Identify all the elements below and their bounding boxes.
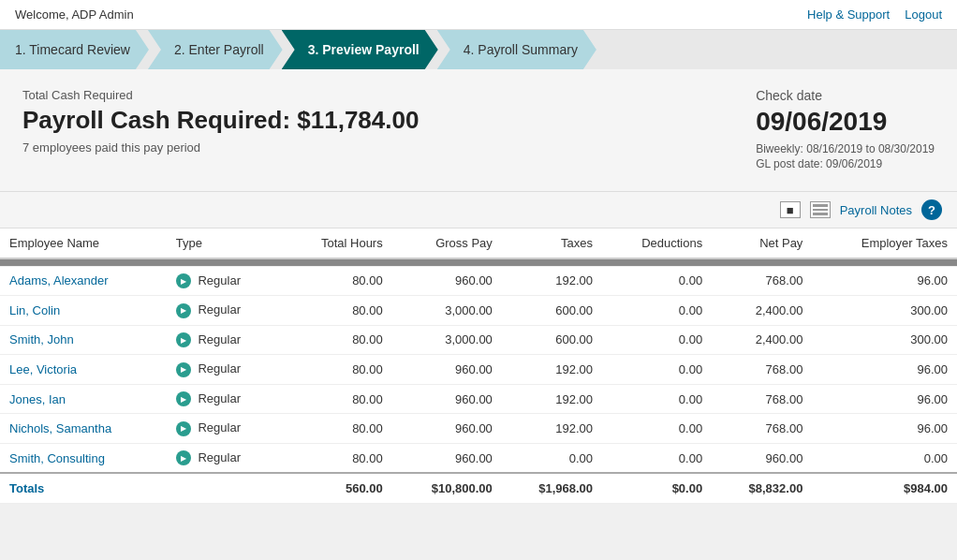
employee-name[interactable]: Lin, Colin [0,296,167,326]
cell-net: 768.00 [712,266,812,296]
cell-hours: 80.00 [282,266,392,296]
employee-name[interactable]: Lee, Victoria [0,355,167,385]
table-header-row: Employee NameTypeTotal HoursGross PayTax… [0,228,957,258]
employee-type: Regular [167,355,282,385]
employee-type: Regular [167,266,282,296]
col-header: Total Hours [282,228,392,258]
table-row: Lee, Victoria Regular80.00960.00192.000.… [0,355,957,385]
totals-cell-7: $984.00 [812,473,957,504]
totals-cell-4: $1,968.00 [502,473,602,504]
cell-employer_taxes: 96.00 [812,414,957,444]
employee-name[interactable]: Nichols, Samantha [0,414,167,444]
cell-deductions: 0.00 [602,355,712,385]
payroll-table: Employee NameTypeTotal HoursGross PayTax… [0,228,957,504]
top-bar: Welcome, ADP Admin Help & Support Logout [0,0,957,30]
total-cash-label: Total Cash Required [22,88,419,102]
row-arrow-icon [176,421,191,436]
col-header: Taxes [502,228,602,258]
cell-taxes: 0.00 [502,443,602,473]
totals-cell-1 [167,473,282,504]
cell-employer_taxes: 300.00 [812,296,957,326]
totals-cell-2: 560.00 [282,473,392,504]
logout-link[interactable]: Logout [905,7,942,22]
gl-post-date: GL post date: 09/06/2019 [756,157,935,170]
cell-hours: 80.00 [282,414,392,444]
employee-name[interactable]: Jones, Ian [0,384,167,414]
totals-cell-5: $0.00 [602,473,712,504]
cell-gross: 960.00 [392,414,502,444]
cell-employer_taxes: 96.00 [812,266,957,296]
table-row: Adams, Alexander Regular80.00960.00192.0… [0,266,957,296]
employee-name[interactable]: Adams, Alexander [0,266,167,296]
view-icon-2[interactable] [810,201,831,218]
employee-name[interactable]: Smith, Consulting [0,443,167,473]
wizard-step-payroll-summary[interactable]: 4. Payroll Summary [437,30,596,69]
welcome-text: Welcome, ADP Admin [15,7,134,22]
wizard-steps: 1. Timecard Review2. Enter Payroll3. Pre… [0,30,957,69]
cell-deductions: 0.00 [602,443,712,473]
employee-name[interactable]: Smith, John [0,325,167,355]
help-support-link[interactable]: Help & Support [807,7,890,22]
row-arrow-icon [176,362,191,377]
view-icon-1[interactable]: ■ [780,201,801,218]
check-date: 09/06/2019 [756,107,935,137]
cell-deductions: 0.00 [602,414,712,444]
cell-taxes: 192.00 [502,266,602,296]
cell-net: 960.00 [712,443,812,473]
cell-taxes: 600.00 [502,325,602,355]
cell-net: 768.00 [712,384,812,414]
wizard-step-enter-payroll[interactable]: 2. Enter Payroll [148,30,283,69]
employees-paid: 7 employees paid this pay period [22,140,419,155]
check-date-label: Check date [756,88,935,103]
cell-employer_taxes: 300.00 [812,325,957,355]
cell-hours: 80.00 [282,296,392,326]
col-header: Employer Taxes [812,228,957,258]
pay-period: Biweekly: 08/16/2019 to 08/30/2019 [756,142,935,155]
employee-type: Regular [167,384,282,414]
table-row: Jones, Ian Regular80.00960.00192.000.007… [0,384,957,414]
table-row: Nichols, Samantha Regular80.00960.00192.… [0,414,957,444]
row-arrow-icon [176,391,191,406]
summary-right: Check date 09/06/2019 Biweekly: 08/16/20… [756,88,935,172]
totals-cell-3: $10,800.00 [392,473,502,504]
table-row: Lin, Colin Regular80.003,000.00600.000.0… [0,296,957,326]
cell-gross: 3,000.00 [392,296,502,326]
cell-employer_taxes: 96.00 [812,384,957,414]
row-arrow-icon [176,332,191,347]
summary-area: Total Cash Required Payroll Cash Require… [0,69,957,192]
top-bar-actions: Help & Support Logout [807,7,942,22]
cell-gross: 960.00 [392,355,502,385]
cell-deductions: 0.00 [602,266,712,296]
row-arrow-icon [176,273,191,288]
cell-hours: 80.00 [282,443,392,473]
employee-type: Regular [167,325,282,355]
cell-hours: 80.00 [282,384,392,414]
payroll-amount: Payroll Cash Required: $11,784.00 [22,106,419,135]
wizard-step-preview-payroll[interactable]: 3. Preview Payroll [282,30,438,69]
cell-gross: 960.00 [392,384,502,414]
cell-net: 768.00 [712,414,812,444]
cell-employer_taxes: 96.00 [812,355,957,385]
summary-left: Total Cash Required Payroll Cash Require… [22,88,419,172]
employee-type: Regular [167,414,282,444]
col-header: Gross Pay [392,228,502,258]
col-header: Employee Name [0,228,167,258]
cell-net: 2,400.00 [712,325,812,355]
payroll-notes-link[interactable]: Payroll Notes [840,203,912,217]
cell-taxes: 192.00 [502,384,602,414]
help-icon[interactable]: ? [921,199,942,220]
totals-cell-0: Totals [0,473,167,504]
cell-deductions: 0.00 [602,384,712,414]
col-header: Net Pay [712,228,812,258]
cell-deductions: 0.00 [602,296,712,326]
employee-type: Regular [167,443,282,473]
table-row: Smith, John Regular80.003,000.00600.000.… [0,325,957,355]
row-arrow-icon [176,450,191,465]
cell-employer_taxes: 0.00 [812,443,957,473]
cell-net: 768.00 [712,355,812,385]
wizard-step-timecard-review[interactable]: 1. Timecard Review [0,30,149,69]
col-header: Type [167,228,282,258]
cell-taxes: 600.00 [502,296,602,326]
cell-deductions: 0.00 [602,325,712,355]
col-header: Deductions [602,228,712,258]
